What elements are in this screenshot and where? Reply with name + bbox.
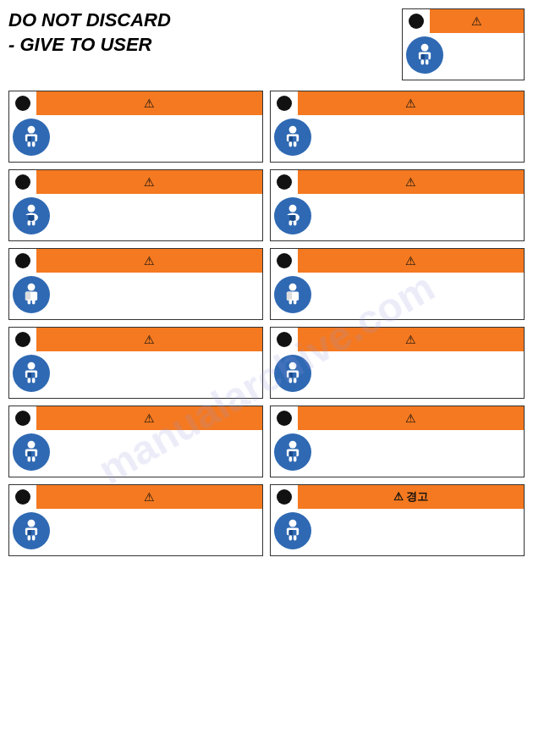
svg-rect-28 [289,220,293,225]
orange-bar: ⚠ [298,91,524,115]
svg-rect-11 [32,141,36,146]
card-2: ⚠ [270,91,525,163]
svg-rect-17 [294,141,297,146]
warning-icon: ⚠ [405,175,416,189]
person-icon [279,202,306,229]
svg-rect-29 [294,220,297,225]
svg-rect-33 [28,299,31,304]
card-11: ⚠ [8,484,263,556]
card-7: ⚠ [8,327,263,399]
card-12: ⚠ 경고 [270,484,525,556]
warning-icon: ⚠ [405,254,416,268]
svg-rect-50 [289,378,293,383]
person-icon [279,439,306,466]
svg-rect-39 [294,299,297,304]
korean-warning-bar: ⚠ 경고 [298,485,524,509]
svg-point-0 [421,44,429,52]
card-4-header: ⚠ [271,170,524,194]
black-dot [9,485,36,509]
blue-icon [274,119,311,156]
svg-rect-22 [28,220,31,225]
title-line2: - GIVE TO USER [8,33,393,58]
svg-rect-74 [289,535,293,540]
orange-bar: ⚠ [36,485,262,509]
svg-rect-9 [28,136,31,141]
card-3-header: ⚠ [9,170,262,194]
warning-icon: ⚠ [405,97,416,110]
svg-rect-51 [294,378,297,383]
card-1: ⚠ [8,91,263,163]
svg-rect-37 [287,291,292,301]
orange-bar: ⚠ [298,406,524,430]
blue-icon [274,355,311,392]
blue-icon [13,119,50,156]
warning-icon: ⚠ [405,333,416,346]
warning-icon: ⚠ [471,14,482,28]
svg-point-30 [28,284,36,291]
warning-icon: ⚠ [144,411,155,425]
card-7-header: ⚠ [9,328,262,351]
black-dot [271,170,298,194]
svg-rect-27 [289,215,295,221]
card-5-body [9,273,262,319]
svg-rect-23 [32,220,36,225]
blue-icon [274,276,311,313]
header-title: DO NOT DISCARD - GIVE TO USER [8,8,393,57]
svg-rect-3 [421,54,425,59]
svg-point-6 [28,126,36,134]
black-dot [403,9,430,33]
svg-rect-45 [32,378,36,383]
card-10-body [271,430,524,477]
black-dot [9,91,36,115]
black-dot [9,170,36,194]
orange-bar: ⚠ [36,170,262,194]
blue-icon [274,512,311,549]
svg-rect-38 [289,299,293,304]
svg-rect-21 [28,215,34,221]
black-dot [271,249,298,273]
person-icon [18,281,45,308]
blue-icon [13,355,50,392]
warning-icon: ⚠ [144,175,155,189]
card-grid: ⚠ ⚠ [8,91,525,556]
card-header: ⚠ [403,9,524,33]
svg-rect-34 [32,299,36,304]
card-9-header: ⚠ [9,406,262,430]
svg-point-64 [28,520,36,527]
svg-rect-15 [289,136,293,141]
person-icon [279,517,306,544]
svg-rect-5 [426,59,429,64]
svg-rect-4 [421,59,425,64]
card-5-header: ⚠ [9,249,262,273]
card-4-body [271,194,524,240]
orange-bar: ⚠ [36,328,262,351]
orange-bar: ⚠ [298,249,524,273]
orange-bar: ⚠ [36,406,262,430]
svg-rect-67 [28,530,31,535]
card-7-body [9,351,262,398]
header-card: ⚠ [402,8,525,80]
svg-point-40 [28,362,36,370]
card-5: ⚠ [8,248,263,320]
card-10-header: ⚠ [271,406,524,430]
svg-rect-55 [28,451,31,456]
svg-rect-63 [294,456,297,461]
orange-bar: ⚠ [430,9,524,33]
orange-bar: ⚠ [36,249,262,273]
warning-icon: ⚠ [405,411,416,425]
blue-icon [13,512,50,549]
warning-icon: ⚠ [144,490,155,504]
svg-point-70 [289,520,297,527]
svg-point-58 [289,441,297,449]
person-icon [279,124,306,151]
orange-bar: ⚠ [298,170,524,194]
svg-point-52 [28,441,36,449]
korean-warning-text: ⚠ 경고 [393,489,429,505]
svg-point-18 [28,205,36,212]
card-1-header: ⚠ [9,91,262,115]
svg-rect-16 [289,141,293,146]
warning-icon: ⚠ [144,97,155,110]
person-icon [18,202,45,229]
card-9: ⚠ [8,406,263,477]
person-icon [18,517,45,544]
